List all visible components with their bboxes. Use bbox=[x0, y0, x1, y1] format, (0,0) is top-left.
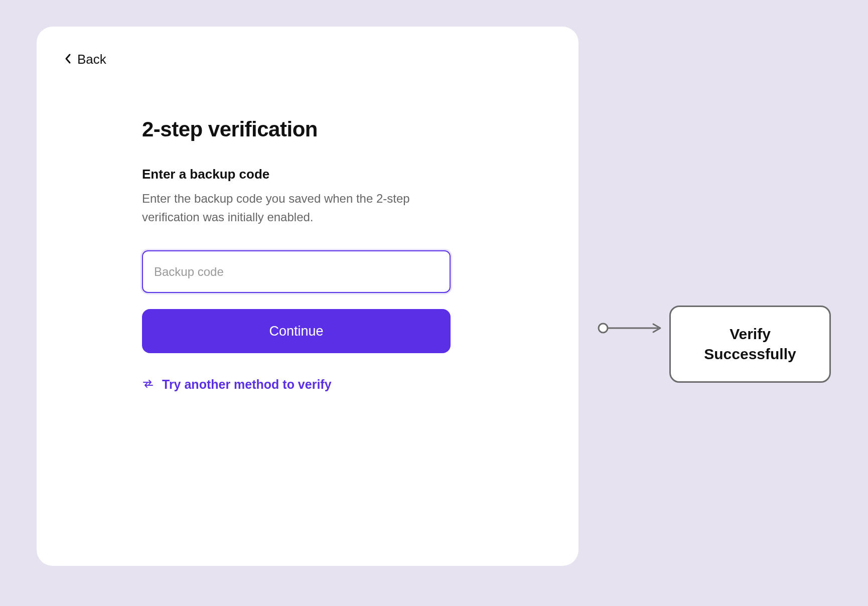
verification-card: Back 2-step verification Enter a backup … bbox=[37, 27, 578, 566]
flow-result-box: Verify Successfully bbox=[669, 306, 831, 383]
try-another-method-label: Try another method to verify bbox=[162, 377, 332, 392]
try-another-method-link[interactable]: Try another method to verify bbox=[142, 377, 332, 392]
continue-button[interactable]: Continue bbox=[142, 309, 451, 353]
swap-icon bbox=[142, 379, 154, 390]
flow-result-label: Verify Successfully bbox=[704, 324, 796, 365]
svg-point-0 bbox=[599, 324, 608, 333]
description: Enter the backup code you saved when the… bbox=[142, 189, 451, 226]
flow-connector bbox=[597, 322, 667, 336]
page-title: 2-step verification bbox=[142, 117, 451, 141]
chevron-left-icon bbox=[64, 53, 72, 67]
subtitle: Enter a backup code bbox=[142, 167, 451, 182]
back-label: Back bbox=[77, 52, 106, 67]
backup-code-input[interactable] bbox=[142, 250, 451, 293]
card-content: 2-step verification Enter a backup code … bbox=[64, 67, 526, 392]
back-button[interactable]: Back bbox=[64, 52, 106, 67]
